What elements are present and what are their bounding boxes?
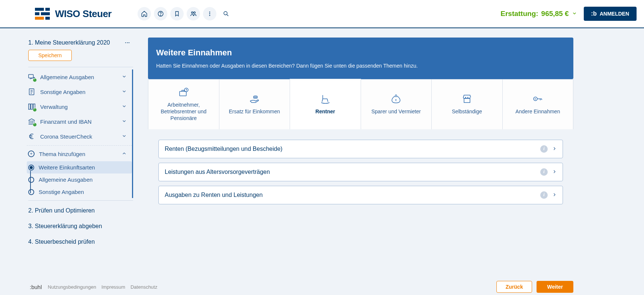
info-icon[interactable]: i: [540, 191, 548, 199]
rocking-chair-icon: [320, 94, 331, 105]
svg-rect-16: [29, 104, 30, 110]
save-button[interactable]: Speichern: [28, 50, 72, 61]
login-label: ANMELDEN: [600, 11, 629, 17]
users-button[interactable]: [187, 7, 200, 20]
svg-point-10: [209, 12, 210, 13]
section-menu-button[interactable]: ⋮: [122, 39, 133, 47]
money-bag-icon: €: [390, 94, 402, 105]
tab-rentner[interactable]: Rentner: [290, 79, 361, 129]
header: WISO Steuer Erstattung: 965,85 € :b ANME…: [0, 0, 644, 28]
help-button[interactable]: [154, 7, 167, 20]
info-icon[interactable]: i: [540, 168, 548, 176]
svg-point-13: [224, 12, 227, 15]
sidebar-item-sonstige-angaben[interactable]: Sonstige Angaben: [27, 84, 132, 99]
sidebar-section-3[interactable]: 3. Steuererklärung abgeben: [28, 223, 133, 230]
footer: :buhl Nutzungsbedingungen Impressum Date…: [0, 279, 644, 295]
svg-point-22: [254, 97, 257, 98]
home-button[interactable]: [138, 7, 151, 20]
chevron-down-icon: [122, 89, 127, 95]
refund-amount: 965,85 €: [541, 10, 569, 18]
store-icon: [461, 94, 473, 105]
login-logo-icon: :b: [591, 10, 597, 17]
tab-ersatz[interactable]: Ersatz für Einkommen: [219, 79, 290, 129]
sidebar-sub-sonstige-angaben[interactable]: Sonstige Angaben: [27, 186, 132, 198]
tab-andere[interactable]: € Andere Einnahmen: [503, 79, 574, 129]
footer-link-terms[interactable]: Nutzungsbedingungen: [48, 284, 96, 290]
expenses-icon: [28, 73, 36, 81]
sidebar-section-4[interactable]: 4. Steuerbescheid prüfen: [28, 239, 133, 245]
sidebar: 1. Meine Steuererklärung 2020 ⋮ Speicher…: [0, 28, 148, 279]
sidebar-section-2[interactable]: 2. Prüfen und Optimieren: [28, 207, 133, 214]
radio-filled-icon: [28, 165, 34, 171]
svg-point-8: [191, 12, 193, 14]
chevron-down-icon: [122, 104, 127, 110]
tab-label: Andere Einnahmen: [515, 108, 560, 115]
tab-sparer[interactable]: € Sparer und Vermieter: [361, 79, 432, 129]
svg-rect-19: [180, 91, 186, 96]
tab-selbstaendige[interactable]: Selbständige: [432, 79, 503, 129]
back-button[interactable]: Zurück: [496, 281, 532, 293]
folders-icon: [28, 103, 36, 111]
list-item-ausgaben-renten[interactable]: Ausgaben zu Renten und Leistungen i: [158, 186, 563, 204]
logo-icon: [33, 5, 51, 23]
sidebar-item-label: Finanzamt und IBAN: [40, 119, 91, 125]
svg-rect-2: [35, 12, 39, 15]
svg-rect-17: [31, 104, 33, 110]
sidebar-item-finanzamt[interactable]: Finanzamt und IBAN: [27, 114, 132, 129]
svg-rect-5: [45, 17, 50, 20]
tab-label: Rentner: [315, 108, 335, 115]
search-button[interactable]: [219, 7, 233, 20]
svg-point-12: [209, 15, 210, 16]
tab-label: Sparer und Vermieter: [371, 108, 421, 115]
chevron-right-icon: [552, 146, 557, 152]
svg-rect-1: [45, 8, 50, 11]
bookmark-button[interactable]: [170, 7, 184, 20]
login-button[interactable]: :b ANMELDEN: [584, 7, 637, 21]
refund-label: Erstattung:: [500, 10, 538, 18]
sidebar-sub-allgemeine-ausgaben[interactable]: Allgemeine Ausgaben: [27, 174, 132, 186]
list-item-altersvorsorge[interactable]: Leistungen aus Altersvorsorgeverträgen i: [158, 163, 563, 181]
sub-label: Sonstige Angaben: [39, 189, 84, 195]
refund-indicator[interactable]: Erstattung: 965,85 €: [500, 10, 577, 18]
svg-rect-24: [464, 98, 470, 103]
page-title: Weitere Einnahmen: [156, 48, 565, 58]
chevron-down-icon: [122, 119, 127, 125]
bank-icon: [28, 117, 36, 126]
main-content: Weitere Einnahmen Hatten Sie Einnahmen o…: [148, 28, 644, 279]
info-icon[interactable]: i: [540, 145, 548, 153]
sub-label: Allgemeine Ausgaben: [39, 176, 93, 183]
chevron-up-icon: [122, 151, 127, 157]
list-label: Renten (Bezugsmitteilungen und Bescheide…: [165, 146, 283, 152]
divider: [28, 200, 133, 201]
svg-rect-14: [29, 75, 33, 78]
chevron-down-icon: [122, 133, 127, 140]
divider: [28, 67, 133, 67]
radio-empty-icon: [28, 189, 34, 195]
hero-text: Hatten Sie Einnahmen oder Ausgaben in di…: [156, 63, 565, 69]
brand-name: WISO Steuer: [55, 8, 112, 20]
svg-rect-3: [41, 12, 50, 15]
footer-link-privacy[interactable]: Datenschutz: [131, 284, 157, 290]
brand-logo: WISO Steuer: [33, 5, 112, 23]
hero-banner: Weitere Einnahmen Hatten Sie Einnahmen o…: [148, 38, 573, 79]
sidebar-item-verwaltung[interactable]: Verwaltung: [27, 99, 132, 114]
chevron-down-icon: [572, 10, 577, 18]
next-button[interactable]: Weiter: [537, 281, 573, 293]
sidebar-add-topic[interactable]: + Thema hinzufügen: [27, 147, 132, 161]
svg-rect-4: [35, 17, 44, 20]
tab-label: Selbständige: [452, 108, 482, 115]
sidebar-item-corona[interactable]: Corona SteuerCheck: [27, 129, 132, 144]
list-item-renten[interactable]: Renten (Bezugsmitteilungen und Bescheide…: [158, 140, 563, 158]
chevron-right-icon: [552, 169, 557, 175]
tab-arbeitnehmer[interactable]: Arbeitnehmer, Betriebsrentner und Pensio…: [148, 79, 219, 129]
sidebar-sub-weitere-einkunftsarten[interactable]: Weitere Einkunftsarten: [27, 161, 132, 174]
hand-coins-icon: [249, 94, 260, 105]
sidebar-section-1[interactable]: 1. Meine Steuererklärung 2020: [28, 39, 110, 46]
sidebar-item-label: Sonstige Angaben: [40, 89, 86, 95]
footer-brand: :buhl: [30, 284, 42, 290]
sidebar-item-allgemeine-ausgaben[interactable]: Allgemeine Ausgaben: [27, 69, 132, 84]
list-label: Ausgaben zu Renten und Leistungen: [165, 192, 263, 198]
sidebar-item-label: Corona SteuerCheck: [40, 133, 92, 140]
footer-link-imprint[interactable]: Impressum: [102, 284, 125, 290]
menu-button[interactable]: [203, 7, 216, 20]
